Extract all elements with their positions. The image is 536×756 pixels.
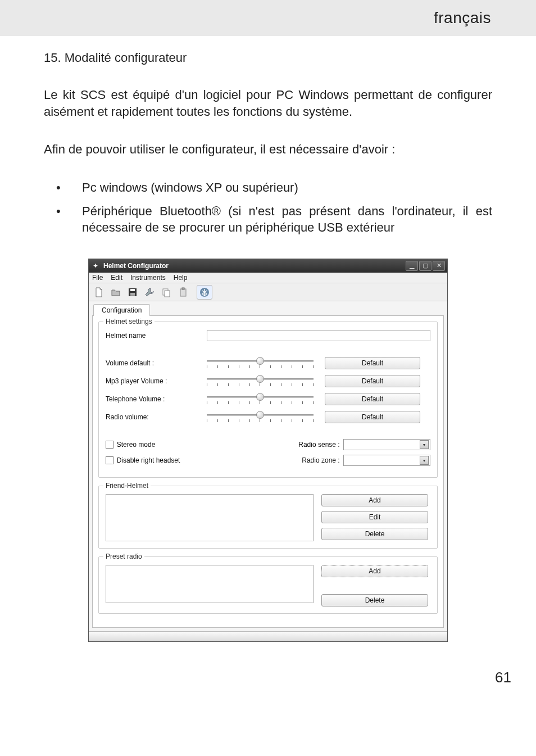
tab-strip: Configuration xyxy=(89,301,447,315)
telephone-volume-label: Telephone Volume : xyxy=(106,395,207,403)
chevron-down-icon: ▾ xyxy=(420,440,429,449)
mp3-volume-slider[interactable] xyxy=(207,375,314,387)
tool-icon xyxy=(144,287,155,297)
helmet-settings-group: Helmet settings Helmet name Volume defau… xyxy=(98,322,438,478)
tab-configuration[interactable]: Configuration xyxy=(93,304,150,316)
radio-sense-label: Radio sense : xyxy=(285,441,340,449)
menu-file[interactable]: File xyxy=(92,274,103,282)
requirements-list: Pc windows (windows XP ou supérieur) Pér… xyxy=(51,179,492,236)
volume-default-reset[interactable]: Default xyxy=(325,357,420,369)
volume-default-slider[interactable] xyxy=(207,357,314,369)
friend-helmet-group: Friend-Helmet Add Edit Delete xyxy=(98,486,438,549)
preset-add-button[interactable]: Add xyxy=(321,565,428,577)
minimize-button[interactable]: ▁ xyxy=(406,261,418,271)
window-title: Helmet Configurator xyxy=(103,262,169,270)
friend-edit-button[interactable]: Edit xyxy=(321,511,428,523)
open-button[interactable] xyxy=(108,285,124,300)
app-window: ✦ Helmet Configurator ▁ ▢ ✕ File Edit In… xyxy=(88,259,448,642)
list-item: Périphérique Bluetooth® (si n'est pas pr… xyxy=(51,203,492,236)
radio-volume-slider[interactable] xyxy=(207,411,314,423)
save-icon xyxy=(128,287,138,297)
svg-rect-1 xyxy=(130,289,135,291)
save-button[interactable] xyxy=(125,285,140,300)
svg-rect-6 xyxy=(182,288,184,289)
svg-rect-4 xyxy=(165,291,170,297)
new-file-icon xyxy=(94,287,104,297)
list-item: Pc windows (windows XP ou supérieur) xyxy=(51,179,492,196)
preset-delete-button[interactable]: Delete xyxy=(321,594,428,606)
paste-button[interactable] xyxy=(175,285,191,300)
bluetooth-icon xyxy=(199,287,210,297)
radio-zone-label: Radio zone : xyxy=(285,456,340,464)
helmet-name-input[interactable] xyxy=(207,330,430,341)
preset-listbox[interactable] xyxy=(106,565,314,603)
paste-icon xyxy=(178,287,188,297)
chevron-down-icon: ▾ xyxy=(420,456,429,465)
menu-edit[interactable]: Edit xyxy=(111,274,122,282)
statusbar xyxy=(89,631,447,641)
toolbar xyxy=(89,283,447,301)
svg-rect-5 xyxy=(180,289,186,296)
radio-zone-select[interactable]: ▾ xyxy=(343,455,430,466)
friend-listbox[interactable] xyxy=(106,494,314,541)
stereo-mode-checkbox[interactable] xyxy=(106,441,113,449)
disable-right-headset-checkbox[interactable] xyxy=(106,456,113,464)
telephone-volume-slider[interactable] xyxy=(207,393,314,405)
radio-volume-reset[interactable]: Default xyxy=(325,411,420,423)
app-icon: ✦ xyxy=(91,261,100,270)
page-header: français xyxy=(0,0,536,36)
group-legend: Preset radio xyxy=(103,553,144,560)
titlebar: ✦ Helmet Configurator ▁ ▢ ✕ xyxy=(89,259,447,273)
preset-radio-group: Preset radio Add Delete xyxy=(98,556,438,614)
menu-help[interactable]: Help xyxy=(174,274,188,282)
volume-default-label: Volume default : xyxy=(106,359,207,367)
new-file-button[interactable] xyxy=(91,285,107,300)
telephone-volume-reset[interactable]: Default xyxy=(325,393,420,405)
mp3-volume-reset[interactable]: Default xyxy=(325,375,420,387)
radio-volume-label: Radio volume: xyxy=(106,413,207,421)
section-title: 15. Modalité configurateur xyxy=(44,51,492,65)
maximize-button[interactable]: ▢ xyxy=(419,261,431,271)
menubar: File Edit Instruments Help xyxy=(89,273,447,283)
svg-rect-2 xyxy=(130,293,135,296)
open-folder-icon xyxy=(111,287,121,297)
helmet-name-label: Helmet name xyxy=(106,332,207,339)
requirements-paragraph: Afin de pouvoir utiliser le configurateu… xyxy=(44,141,492,158)
bluetooth-button[interactable] xyxy=(197,285,212,300)
intro-paragraph: Le kit SCS est équipé d'un logiciel pour… xyxy=(44,87,492,120)
friend-add-button[interactable]: Add xyxy=(321,494,428,506)
copy-button[interactable] xyxy=(158,285,174,300)
disable-right-headset-label: Disable right headset xyxy=(117,456,285,464)
stereo-mode-label: Stereo mode xyxy=(117,441,285,449)
menu-instruments[interactable]: Instruments xyxy=(130,274,166,282)
group-legend: Helmet settings xyxy=(103,318,155,325)
copy-icon xyxy=(161,287,171,297)
mp3-volume-label: Mp3 player Volume : xyxy=(106,377,207,385)
group-legend: Friend-Helmet xyxy=(103,482,151,490)
radio-sense-select[interactable]: ▾ xyxy=(343,439,430,450)
page-number: 61 xyxy=(0,653,536,701)
tab-pane: Helmet settings Helmet name Volume defau… xyxy=(92,315,444,628)
tool-button[interactable] xyxy=(142,285,157,300)
language-label: français xyxy=(434,9,491,27)
friend-delete-button[interactable]: Delete xyxy=(321,528,428,540)
close-button[interactable]: ✕ xyxy=(433,261,445,271)
